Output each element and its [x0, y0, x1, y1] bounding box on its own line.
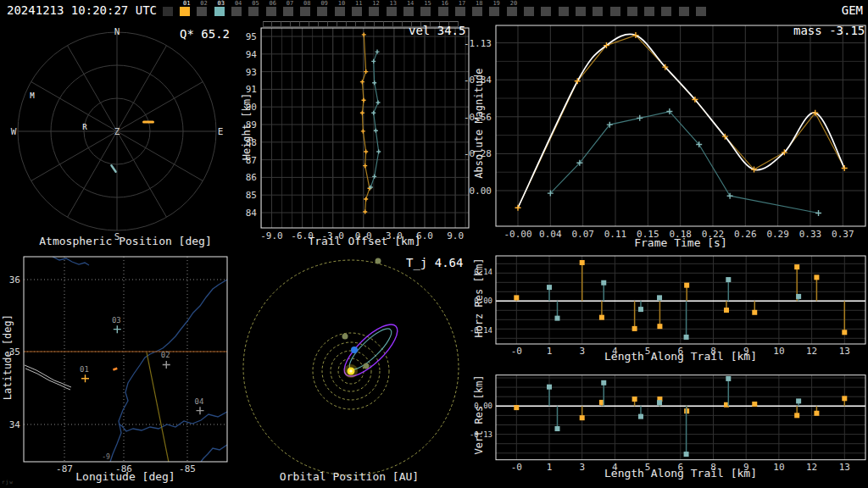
svg-text:N: N — [114, 26, 120, 37]
svg-text:M: M — [30, 92, 35, 100]
svg-text:03: 03 — [112, 316, 121, 324]
svg-text:0.33: 0.33 — [799, 229, 822, 240]
svg-text:Z: Z — [114, 126, 120, 137]
svg-text:1: 1 — [547, 462, 553, 473]
stat-mass: mass -3.15 — [793, 25, 865, 37]
svg-text:12: 12 — [806, 346, 817, 357]
xlabel-trail-offset: Trail Offset [km] — [280, 236, 449, 247]
svg-text:-0: -0 — [511, 346, 522, 357]
corner-note: rjw — [2, 479, 14, 485]
svg-text:1: 1 — [547, 346, 553, 357]
svg-text:10: 10 — [773, 462, 784, 473]
xlabel-length-trail-1: Length Along Trail [km] — [596, 351, 765, 363]
svg-text:13: 13 — [839, 346, 850, 357]
stat-qstar: Q* 65.2 — [180, 28, 230, 41]
stat-velocity: vel 34.5 — [409, 25, 465, 37]
svg-text:-0: -0 — [511, 462, 522, 473]
stat-tisserand: T_j 4.64 — [406, 257, 463, 269]
svg-text:12: 12 — [806, 462, 817, 473]
svg-text:E: E — [218, 126, 224, 137]
svg-text:84: 84 — [246, 208, 258, 219]
xlabel-frame-time: Frame Time [s] — [596, 237, 765, 249]
svg-text:36: 36 — [9, 274, 20, 286]
svg-text:95: 95 — [246, 31, 257, 42]
title-orbital: Orbital Position [AU] — [264, 471, 434, 483]
svg-text:04: 04 — [195, 397, 204, 406]
ylabel-abs-magnitude: Absolute Magnitude — [474, 56, 485, 191]
svg-text:-9: -9 — [102, 453, 110, 461]
svg-text:13: 13 — [839, 462, 850, 473]
svg-text:10: 10 — [773, 346, 784, 357]
ylabel-latitude: Latitude [deg] — [3, 290, 14, 425]
xlabel-longitude: Longitude [deg] — [41, 471, 210, 483]
svg-text:0.37: 0.37 — [832, 229, 854, 240]
svg-text:01: 01 — [80, 365, 89, 374]
xlabel-length-trail-2: Length Along Trail [km] — [596, 468, 765, 480]
svg-text:0.04: 0.04 — [539, 229, 562, 240]
ylabel-vert-res: Vert Res [km] — [474, 347, 485, 483]
svg-text:0.07: 0.07 — [571, 229, 594, 240]
app-canvas: 20241213 10:20:27 UTC GEM 01020304050607… — [0, 0, 868, 488]
ylabel-horz-res: Horz Res [km] — [474, 230, 485, 366]
svg-text:-1.13: -1.13 — [464, 38, 492, 49]
svg-text:9.0: 9.0 — [447, 230, 464, 241]
ylabel-height: Height [km] — [242, 59, 253, 195]
svg-text:0.29: 0.29 — [766, 229, 789, 240]
svg-text:02: 02 — [161, 351, 170, 359]
svg-text:3: 3 — [579, 346, 585, 357]
svg-text:R: R — [82, 123, 87, 131]
svg-text:W: W — [11, 126, 17, 137]
title-atmospheric: Atmospheric Position [deg] — [19, 236, 231, 247]
svg-text:3: 3 — [579, 462, 585, 473]
svg-text:-0.00: -0.00 — [504, 229, 531, 240]
